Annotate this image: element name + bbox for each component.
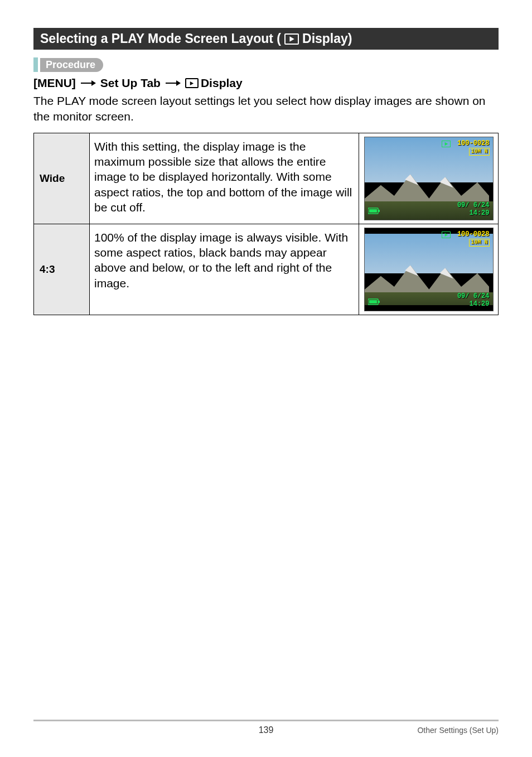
procedure-accent-bar	[33, 57, 38, 72]
procedure-chip: Procedure	[40, 58, 103, 72]
play-indicator-icon	[442, 232, 451, 238]
overlay-date: 09/ 6/24	[457, 292, 490, 300]
overlay-size-badge: 10M N	[469, 148, 489, 156]
arrow-icon	[80, 79, 96, 87]
overlay-time: 14:29	[457, 300, 490, 308]
overlay-datetime: 09/ 6/24 14:29	[457, 292, 490, 308]
options-table: Wide With this setting, the display imag…	[33, 133, 499, 315]
option-description: With this setting, the display image is …	[90, 133, 359, 224]
page-number: 139	[259, 725, 274, 735]
overlay-date: 09/ 6/24	[457, 201, 490, 209]
svg-marker-5	[190, 81, 194, 85]
page-footer: 139 Other Settings (Set Up)	[33, 720, 499, 735]
svg-rect-12	[369, 209, 377, 213]
procedure-heading: Procedure	[33, 57, 499, 72]
overlay-file-number: 100-0028	[457, 139, 490, 147]
overlay-file-number: 100-0028	[457, 230, 490, 238]
preview-image-4-3: 100-0028 10M N 09/ 6/24 14:29	[364, 228, 494, 311]
section-title-bar: Selecting a PLAY Mode Screen Layout ( Di…	[33, 28, 499, 50]
arrow-icon	[165, 79, 181, 87]
svg-marker-16	[444, 233, 448, 236]
option-label: Wide	[34, 133, 90, 224]
overlay-file-info: 100-0028 10M N	[457, 230, 490, 247]
svg-marker-9	[444, 142, 448, 145]
svg-rect-18	[378, 301, 380, 303]
title-prefix: Selecting a PLAY Mode Screen Layout (	[40, 31, 281, 46]
table-row: Wide With this setting, the display imag…	[34, 133, 499, 224]
svg-rect-11	[378, 210, 380, 212]
overlay-battery-icon	[368, 206, 380, 216]
play-mode-icon	[284, 33, 299, 45]
option-description: 100% of the display image is always visi…	[90, 224, 359, 315]
section-description: The PLAY mode screen layout settings let…	[33, 93, 499, 125]
overlay-datetime: 09/ 6/24 14:29	[457, 201, 490, 218]
footer-section: Other Settings (Set Up)	[417, 726, 499, 735]
overlay-time: 14:29	[457, 209, 490, 217]
menu-path-setup: Set Up Tab	[100, 76, 161, 90]
option-preview-cell: 100-0028 10M N 09/ 6/24 14:29	[359, 224, 499, 315]
svg-marker-4	[176, 80, 181, 86]
option-preview-cell: 100-0028 10M N 09/ 6/24 14:29	[359, 133, 499, 224]
play-mode-icon	[185, 78, 199, 88]
svg-rect-19	[369, 300, 377, 303]
procedure-label: Procedure	[46, 59, 95, 70]
menu-path-display: Display	[201, 76, 243, 90]
menu-path: [MENU] Set Up Tab Display	[33, 76, 499, 90]
overlay-battery-icon	[368, 297, 380, 307]
svg-marker-2	[91, 80, 96, 86]
overlay-size-badge: 10M N	[469, 239, 489, 247]
table-row: 4:3 100% of the display image is always …	[34, 224, 499, 315]
menu-path-menu: [MENU]	[33, 76, 76, 90]
svg-marker-0	[289, 36, 294, 42]
option-label: 4:3	[34, 224, 90, 315]
title-suffix: Display)	[302, 31, 352, 46]
play-indicator-icon	[442, 141, 451, 147]
overlay-file-info: 100-0028 10M N	[457, 139, 490, 156]
preview-image-wide: 100-0028 10M N 09/ 6/24 14:29	[364, 137, 494, 220]
